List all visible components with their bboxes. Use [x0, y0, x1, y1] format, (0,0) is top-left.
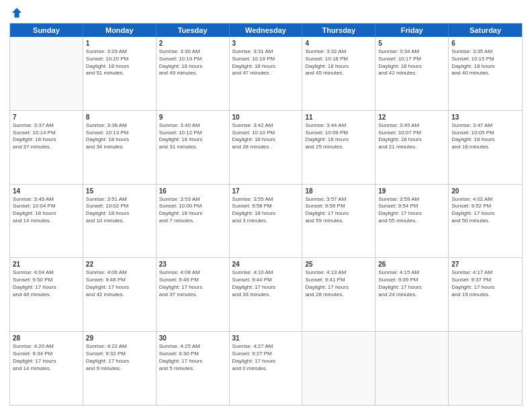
calendar-cell: 16Sunrise: 3:53 AM Sunset: 10:00 PM Dayl…	[157, 185, 230, 258]
cell-content: Sunrise: 4:20 AM Sunset: 9:34 PM Dayligh…	[13, 343, 80, 372]
cell-content: Sunrise: 4:27 AM Sunset: 9:27 PM Dayligh…	[232, 343, 300, 372]
calendar-cell: 10Sunrise: 3:42 AM Sunset: 10:10 PM Dayl…	[230, 111, 303, 184]
day-number: 9	[159, 113, 226, 122]
calendar-cell: 19Sunrise: 3:59 AM Sunset: 9:54 PM Dayli…	[375, 185, 449, 258]
day-number: 24	[232, 260, 300, 269]
day-number: 18	[305, 187, 372, 195]
calendar-week-3: 14Sunrise: 3:49 AM Sunset: 10:04 PM Dayl…	[10, 185, 522, 259]
day-number: 28	[13, 334, 80, 342]
calendar-cell: 11Sunrise: 3:44 AM Sunset: 10:09 PM Dayl…	[302, 111, 375, 184]
day-number: 16	[159, 187, 226, 195]
logo-icon	[11, 7, 23, 19]
day-number: 7	[13, 113, 80, 122]
day-number: 1	[86, 39, 153, 48]
calendar-cell: 8Sunrise: 3:38 AM Sunset: 10:13 PM Dayli…	[83, 111, 157, 184]
cell-content: Sunrise: 3:32 AM Sunset: 10:18 PM Daylig…	[305, 48, 372, 77]
day-of-week-wednesday: Wednesday	[230, 24, 303, 37]
day-number: 4	[305, 39, 372, 48]
day-number: 3	[232, 39, 300, 48]
calendar-week-1: 1Sunrise: 3:29 AM Sunset: 10:20 PM Dayli…	[10, 37, 522, 111]
cell-content: Sunrise: 3:55 AM Sunset: 9:58 PM Dayligh…	[232, 196, 300, 225]
calendar-cell: 27Sunrise: 4:17 AM Sunset: 9:37 PM Dayli…	[449, 258, 522, 331]
cell-content: Sunrise: 3:29 AM Sunset: 10:20 PM Daylig…	[86, 48, 153, 77]
calendar-body: 1Sunrise: 3:29 AM Sunset: 10:20 PM Dayli…	[10, 37, 522, 405]
calendar-cell: 18Sunrise: 3:57 AM Sunset: 9:56 PM Dayli…	[302, 185, 375, 258]
cell-content: Sunrise: 3:44 AM Sunset: 10:09 PM Daylig…	[305, 122, 372, 151]
day-number: 12	[378, 113, 445, 122]
calendar-cell	[375, 332, 449, 405]
day-number: 27	[451, 260, 519, 269]
logo	[9, 7, 23, 19]
calendar-cell: 26Sunrise: 4:15 AM Sunset: 9:39 PM Dayli…	[375, 258, 449, 331]
day-number: 31	[232, 334, 300, 342]
cell-content: Sunrise: 4:02 AM Sunset: 9:52 PM Dayligh…	[451, 196, 519, 225]
calendar-cell: 3Sunrise: 3:31 AM Sunset: 10:19 PM Dayli…	[230, 37, 303, 110]
day-number: 22	[86, 260, 153, 269]
day-number: 19	[378, 187, 445, 195]
day-number: 10	[232, 113, 300, 122]
calendar-cell: 5Sunrise: 3:34 AM Sunset: 10:17 PM Dayli…	[375, 37, 449, 110]
calendar-cell: 7Sunrise: 3:37 AM Sunset: 10:14 PM Dayli…	[10, 111, 83, 184]
calendar-cell: 24Sunrise: 4:10 AM Sunset: 9:44 PM Dayli…	[230, 258, 303, 331]
day-of-week-friday: Friday	[375, 24, 449, 37]
cell-content: Sunrise: 3:59 AM Sunset: 9:54 PM Dayligh…	[378, 196, 445, 225]
day-number: 30	[159, 334, 226, 342]
day-of-week-tuesday: Tuesday	[157, 24, 230, 37]
day-number: 21	[13, 260, 80, 269]
calendar-week-5: 28Sunrise: 4:20 AM Sunset: 9:34 PM Dayli…	[10, 332, 522, 405]
calendar-week-4: 21Sunrise: 4:04 AM Sunset: 9:50 PM Dayli…	[10, 258, 522, 332]
calendar-cell: 14Sunrise: 3:49 AM Sunset: 10:04 PM Dayl…	[10, 185, 83, 258]
cell-content: Sunrise: 4:10 AM Sunset: 9:44 PM Dayligh…	[232, 269, 300, 298]
calendar-cell: 29Sunrise: 4:22 AM Sunset: 9:32 PM Dayli…	[83, 332, 157, 405]
day-number: 20	[451, 187, 519, 195]
calendar-cell	[449, 332, 522, 405]
day-number: 5	[378, 39, 445, 48]
cell-content: Sunrise: 3:49 AM Sunset: 10:04 PM Daylig…	[13, 196, 80, 225]
cell-content: Sunrise: 3:35 AM Sunset: 10:15 PM Daylig…	[451, 48, 519, 77]
day-of-week-saturday: Saturday	[449, 24, 522, 37]
calendar-cell: 30Sunrise: 4:25 AM Sunset: 9:30 PM Dayli…	[157, 332, 230, 405]
calendar-cell	[302, 332, 375, 405]
day-number: 15	[86, 187, 153, 195]
calendar-cell: 13Sunrise: 3:47 AM Sunset: 10:05 PM Dayl…	[449, 111, 522, 184]
calendar-cell: 20Sunrise: 4:02 AM Sunset: 9:52 PM Dayli…	[449, 185, 522, 258]
cell-content: Sunrise: 3:47 AM Sunset: 10:05 PM Daylig…	[451, 122, 519, 151]
day-number: 8	[86, 113, 153, 122]
cell-content: Sunrise: 3:31 AM Sunset: 10:19 PM Daylig…	[232, 48, 300, 77]
cell-content: Sunrise: 3:45 AM Sunset: 10:07 PM Daylig…	[378, 122, 445, 151]
day-number: 2	[159, 39, 226, 48]
cell-content: Sunrise: 4:13 AM Sunset: 9:41 PM Dayligh…	[305, 269, 372, 298]
cell-content: Sunrise: 3:30 AM Sunset: 10:19 PM Daylig…	[159, 48, 226, 77]
day-number: 26	[378, 260, 445, 269]
calendar-cell: 17Sunrise: 3:55 AM Sunset: 9:58 PM Dayli…	[230, 185, 303, 258]
cell-content: Sunrise: 3:40 AM Sunset: 10:12 PM Daylig…	[159, 122, 226, 151]
cell-content: Sunrise: 3:34 AM Sunset: 10:17 PM Daylig…	[378, 48, 445, 77]
cell-content: Sunrise: 3:42 AM Sunset: 10:10 PM Daylig…	[232, 122, 300, 151]
calendar-cell: 21Sunrise: 4:04 AM Sunset: 9:50 PM Dayli…	[10, 258, 83, 331]
cell-content: Sunrise: 3:38 AM Sunset: 10:13 PM Daylig…	[86, 122, 153, 151]
cell-content: Sunrise: 4:22 AM Sunset: 9:32 PM Dayligh…	[86, 343, 153, 372]
calendar-header: SundayMondayTuesdayWednesdayThursdayFrid…	[10, 24, 522, 37]
cell-content: Sunrise: 4:06 AM Sunset: 9:48 PM Dayligh…	[86, 269, 153, 298]
day-of-week-thursday: Thursday	[302, 24, 375, 37]
calendar-cell: 9Sunrise: 3:40 AM Sunset: 10:12 PM Dayli…	[157, 111, 230, 184]
page-header	[9, 7, 523, 19]
calendar-cell: 23Sunrise: 4:08 AM Sunset: 9:46 PM Dayli…	[157, 258, 230, 331]
calendar-cell	[10, 37, 83, 110]
calendar-week-2: 7Sunrise: 3:37 AM Sunset: 10:14 PM Dayli…	[10, 111, 522, 185]
day-number: 29	[86, 334, 153, 342]
day-number: 11	[305, 113, 372, 122]
day-number: 17	[232, 187, 300, 195]
day-number: 25	[305, 260, 372, 269]
cell-content: Sunrise: 3:37 AM Sunset: 10:14 PM Daylig…	[13, 122, 80, 151]
day-number: 23	[159, 260, 226, 269]
day-number: 6	[451, 39, 519, 48]
cell-content: Sunrise: 3:51 AM Sunset: 10:02 PM Daylig…	[86, 196, 153, 225]
calendar-cell: 1Sunrise: 3:29 AM Sunset: 10:20 PM Dayli…	[83, 37, 157, 110]
calendar-cell: 12Sunrise: 3:45 AM Sunset: 10:07 PM Dayl…	[375, 111, 449, 184]
calendar-cell: 28Sunrise: 4:20 AM Sunset: 9:34 PM Dayli…	[10, 332, 83, 405]
svg-marker-0	[12, 8, 21, 17]
calendar-cell: 4Sunrise: 3:32 AM Sunset: 10:18 PM Dayli…	[302, 37, 375, 110]
day-of-week-sunday: Sunday	[10, 24, 83, 37]
day-number: 13	[451, 113, 519, 122]
